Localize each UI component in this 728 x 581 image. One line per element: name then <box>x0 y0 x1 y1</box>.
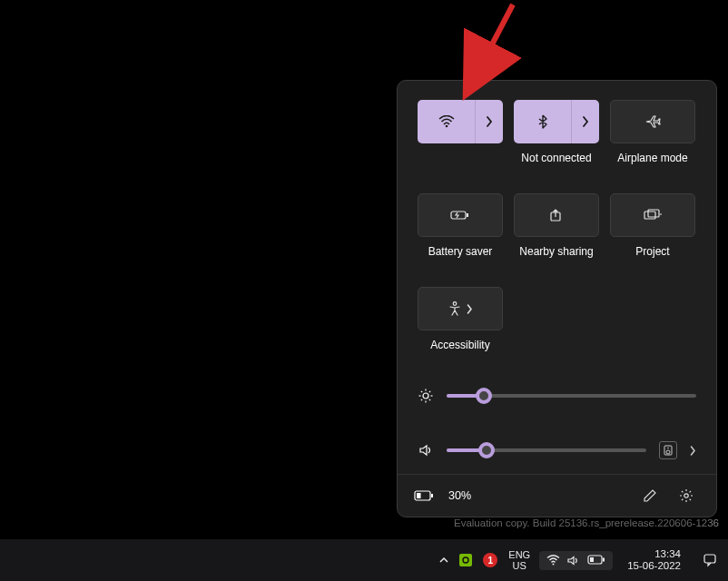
nearby-sharing-tile[interactable] <box>514 193 599 237</box>
airplane-mode-tile[interactable] <box>610 100 695 143</box>
svg-rect-21 <box>417 493 421 498</box>
svg-rect-20 <box>431 494 433 497</box>
svg-line-14 <box>421 399 422 400</box>
airplane-icon <box>644 114 661 129</box>
evaluation-watermark: Evaluation copy. Build 25136.rs_prerelea… <box>454 517 719 528</box>
clock-date: 15-06-2022 <box>627 560 681 572</box>
svg-line-15 <box>429 391 430 392</box>
svg-point-22 <box>684 494 688 497</box>
battery-saver-tile[interactable] <box>418 193 503 237</box>
project-icon <box>644 209 662 222</box>
svg-point-0 <box>445 125 448 128</box>
settings-button[interactable] <box>673 482 700 509</box>
svg-point-17 <box>666 450 670 454</box>
notification-center-button[interactable] <box>692 539 728 581</box>
battery-saver-icon <box>450 209 470 222</box>
accessibility-tile[interactable] <box>418 287 503 330</box>
svg-point-7 <box>423 393 428 399</box>
bluetooth-toggle[interactable] <box>514 100 571 143</box>
volume-row <box>418 438 696 462</box>
wifi-icon <box>438 115 455 128</box>
quick-settings-panel: Not connected Airplane mode Batter <box>397 80 717 517</box>
taskbar: 1 ENG US 13:34 1 <box>0 539 728 581</box>
wifi-tile[interactable] <box>418 100 503 143</box>
chevron-right-icon <box>582 116 589 127</box>
system-tray-group[interactable] <box>539 551 613 570</box>
language-indicator[interactable]: ENG US <box>503 539 536 581</box>
lang-secondary: US <box>513 560 526 571</box>
svg-line-23 <box>470 5 513 86</box>
svg-rect-30 <box>704 555 715 563</box>
battery-icon[interactable] <box>414 490 434 501</box>
audio-output-button[interactable] <box>659 441 677 459</box>
volume-slider[interactable] <box>447 448 646 452</box>
svg-rect-29 <box>590 557 594 562</box>
volume-expand-button[interactable] <box>690 446 696 456</box>
bluetooth-tile[interactable] <box>514 100 599 143</box>
nvidia-tray-icon[interactable] <box>454 539 477 581</box>
windows-update-tray-icon[interactable]: 1 <box>477 539 503 581</box>
svg-rect-24 <box>459 554 472 566</box>
tray-overflow-button[interactable] <box>434 539 454 581</box>
clock[interactable]: 13:34 15-06-2022 <box>616 539 692 581</box>
project-tile[interactable] <box>610 193 695 237</box>
nearby-sharing-label: Nearby sharing <box>519 245 593 260</box>
quick-settings-tiles: Not connected Airplane mode Batter <box>418 100 696 353</box>
accessibility-icon <box>448 301 461 316</box>
volume-tray-icon <box>567 555 580 566</box>
chevron-right-icon <box>467 304 473 314</box>
brightness-icon <box>418 389 434 403</box>
battery-percentage: 30% <box>448 489 471 502</box>
wifi-toggle[interactable] <box>418 100 475 143</box>
accessibility-label: Accessibility <box>430 339 489 353</box>
chevron-right-icon <box>486 116 493 127</box>
quick-settings-footer: 30% <box>398 474 716 517</box>
lang-primary: ENG <box>508 549 530 560</box>
wifi-expand-button[interactable] <box>475 100 503 143</box>
svg-point-18 <box>667 448 669 449</box>
svg-point-26 <box>553 563 555 565</box>
svg-rect-2 <box>467 213 468 217</box>
brightness-slider[interactable] <box>447 394 696 398</box>
edit-quick-settings-button[interactable] <box>636 482 664 509</box>
bluetooth-icon <box>538 114 547 129</box>
update-badge: 1 <box>483 553 497 567</box>
project-label: Project <box>635 245 669 260</box>
wifi-tray-icon <box>546 555 560 566</box>
brightness-row <box>418 384 696 408</box>
volume-icon <box>418 443 434 458</box>
battery-tray-icon <box>587 555 605 566</box>
bluetooth-expand-button[interactable] <box>571 100 599 143</box>
svg-rect-5 <box>648 210 659 217</box>
svg-line-13 <box>429 399 430 400</box>
battery-saver-label: Battery saver <box>428 245 493 260</box>
svg-rect-28 <box>603 557 605 561</box>
airplane-mode-label: Airplane mode <box>617 152 687 166</box>
svg-rect-4 <box>644 212 655 219</box>
svg-line-12 <box>421 391 422 392</box>
svg-point-6 <box>453 302 457 306</box>
clock-time: 13:34 <box>654 548 681 560</box>
nearby-sharing-icon <box>549 208 564 222</box>
bluetooth-label: Not connected <box>521 152 591 166</box>
